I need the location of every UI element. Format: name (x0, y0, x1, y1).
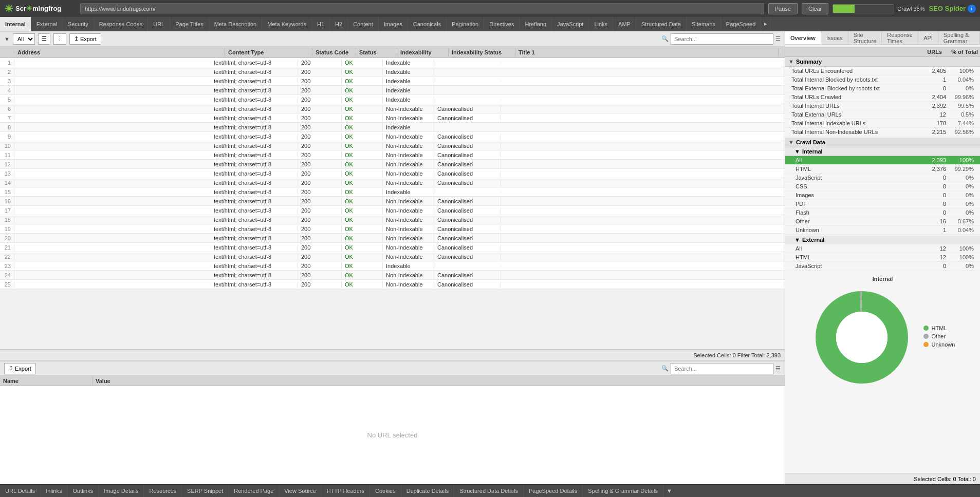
table-row[interactable]: 7 text/html; charset=utf-8 200 OK Non-In… (0, 113, 785, 123)
table-row[interactable]: 20 text/html; charset=utf-8 200 OK Non-I… (0, 234, 785, 243)
list-view-button[interactable]: ☰ (38, 33, 50, 45)
right-tab-api[interactable]: API (918, 31, 938, 44)
nav-tab-hreflang[interactable]: Hreflang (520, 17, 552, 31)
internal-row[interactable]: Flash 0 0% (785, 208, 980, 217)
bottom-tab-structured-data-details[interactable]: Structured Data Details (454, 485, 524, 497)
nav-tab-sitemaps[interactable]: Sitemaps (687, 17, 721, 31)
internal-row[interactable]: Images 0 0% (785, 191, 980, 200)
table-row[interactable]: 17 text/html; charset=utf-8 200 OK Non-I… (0, 206, 785, 215)
table-row[interactable]: 15 text/html; charset=utf-8 200 OK Index… (0, 187, 785, 197)
nav-tab-h1[interactable]: H1 (312, 17, 330, 31)
nav-tab-links[interactable]: Links (589, 17, 613, 31)
table-row[interactable]: 10 text/html; charset=utf-8 200 OK Non-I… (0, 141, 785, 150)
summary-row[interactable]: Total URLs Encountered 2,405 100% (785, 67, 980, 75)
table-row[interactable]: 24 text/html; charset=utf-8 200 OK Non-I… (0, 271, 785, 280)
right-tab-site-structure[interactable]: Site Structure (848, 31, 882, 44)
table-row[interactable]: 25 text/html; charset=utf-8 200 OK Non-I… (0, 280, 785, 289)
nav-tab-javascript[interactable]: JavaScript (552, 17, 589, 31)
summary-row[interactable]: Total Internal Indexable URLs 178 7.44% (785, 119, 980, 128)
table-row[interactable]: 22 text/html; charset=utf-8 200 OK Non-I… (0, 252, 785, 261)
nav-tab-directives[interactable]: Directives (484, 17, 520, 31)
summary-row[interactable]: Total Internal URLs 2,392 99.5% (785, 102, 980, 110)
table-row[interactable]: 5 text/html; charset=utf-8 200 OK Indexa… (0, 95, 785, 104)
right-tab-issues[interactable]: Issues (821, 31, 848, 44)
nav-tab-more[interactable]: ▸ (761, 17, 771, 31)
table-row[interactable]: 18 text/html; charset=utf-8 200 OK Non-I… (0, 215, 785, 224)
grid-view-button[interactable]: ⋮ (53, 33, 66, 45)
export-button[interactable]: ↥ Export (69, 33, 101, 45)
col-header-address[interactable]: Address (14, 48, 225, 56)
col-header-content-type[interactable]: Content Type (225, 48, 312, 56)
bottom-tab-url-details[interactable]: URL Details (0, 485, 41, 497)
nav-tab-response-codes[interactable]: Response Codes (94, 17, 148, 31)
internal-row[interactable]: Other 16 0.67% (785, 217, 980, 226)
clear-button[interactable]: Clear (802, 3, 828, 14)
internal-subsection-header[interactable]: ▼ Internal (785, 147, 980, 156)
nav-tab-internal[interactable]: Internal (0, 17, 31, 31)
bottom-tab-http-headers[interactable]: HTTP Headers (322, 485, 370, 497)
nav-tab-page-titles[interactable]: Page Titles (170, 17, 209, 31)
table-row[interactable]: 9 text/html; charset=utf-8 200 OK Non-In… (0, 132, 785, 141)
nav-tab-structured-data[interactable]: Structured Data (636, 17, 687, 31)
bottom-tab-serp[interactable]: SERP Snippet (182, 485, 229, 497)
col-header-indexability-status[interactable]: Indexability Status (449, 48, 515, 56)
col-header-title1[interactable]: Title 1 (515, 48, 779, 56)
filter-select[interactable]: All (13, 33, 35, 45)
internal-row[interactable]: HTML 2,376 99.29% (785, 165, 980, 174)
bottom-tab-cookies[interactable]: Cookies (370, 485, 401, 497)
summary-row[interactable]: Total External Blocked by robots.txt 0 0… (785, 84, 980, 93)
right-tab-spelling[interactable]: Spelling & Grammar (938, 31, 980, 44)
nav-tab-security[interactable]: Security (63, 17, 94, 31)
bottom-col-value[interactable]: Value (93, 377, 785, 385)
table-row[interactable]: 21 text/html; charset=utf-8 200 OK Non-I… (0, 243, 785, 252)
table-row[interactable]: 8 text/html; charset=utf-8 200 OK Indexa… (0, 123, 785, 132)
table-row[interactable]: 3 text/html; charset=utf-8 200 OK Indexa… (0, 77, 785, 86)
table-row[interactable]: 23 text/html; charset=utf-8 200 OK Index… (0, 261, 785, 271)
table-row[interactable]: 13 text/html; charset=utf-8 200 OK Non-I… (0, 169, 785, 178)
bottom-tab-view-source[interactable]: View Source (279, 485, 322, 497)
summary-row[interactable]: Total External URLs 12 0.5% (785, 110, 980, 119)
external-row[interactable]: JavaScript 0 0% (785, 262, 980, 271)
table-row[interactable]: 1 text/html; charset=utf-8 200 OK Indexa… (0, 58, 785, 67)
bottom-tab-spelling-details[interactable]: Spelling & Grammar Details (583, 485, 663, 497)
table-row[interactable]: 11 text/html; charset=utf-8 200 OK Non-I… (0, 150, 785, 160)
bottom-tab-image-details[interactable]: Image Details (99, 485, 144, 497)
internal-row[interactable]: JavaScript 0 0% (785, 174, 980, 182)
internal-row[interactable]: CSS 0 0% (785, 182, 980, 191)
nav-tab-amp[interactable]: AMP (613, 17, 636, 31)
table-row[interactable]: 16 text/html; charset=utf-8 200 OK Non-I… (0, 197, 785, 206)
table-row[interactable]: 4 text/html; charset=utf-8 200 OK Indexa… (0, 86, 785, 95)
table-row[interactable]: 19 text/html; charset=utf-8 200 OK Non-I… (0, 224, 785, 234)
internal-row[interactable]: Unknown 1 0.04% (785, 226, 980, 235)
filter-options-icon[interactable]: ☰ (775, 35, 781, 42)
bottom-tab-duplicate-details[interactable]: Duplicate Details (401, 485, 455, 497)
table-row[interactable]: 12 text/html; charset=utf-8 200 OK Non-I… (0, 160, 785, 169)
table-row[interactable]: 14 text/html; charset=utf-8 200 OK Non-I… (0, 178, 785, 187)
bottom-tab-pagespeed-details[interactable]: PageSpeed Details (524, 485, 583, 497)
table-row[interactable]: 2 text/html; charset=utf-8 200 OK Indexa… (0, 67, 785, 77)
nav-tab-canonicals[interactable]: Canonicals (408, 17, 447, 31)
right-tab-overview[interactable]: Overview (785, 31, 821, 44)
external-subsection-header[interactable]: ▼ External (785, 236, 980, 244)
bottom-tab-more[interactable]: ▼ (663, 485, 675, 497)
pause-button[interactable]: Pause (768, 3, 798, 14)
nav-tab-pagination[interactable]: Pagination (447, 17, 484, 31)
bottom-tab-outlinks[interactable]: Outlinks (67, 485, 99, 497)
col-header-indexability[interactable]: Indexability (397, 48, 449, 56)
bottom-filter-icon[interactable]: ☰ (775, 365, 781, 372)
bottom-tab-inlinks[interactable]: Inlinks (41, 485, 67, 497)
nav-tab-url[interactable]: URL (148, 17, 170, 31)
summary-row[interactable]: Total Internal Non-Indexable URLs 2,215 … (785, 128, 980, 137)
nav-tab-pagespeed[interactable]: PageSpeed (721, 17, 762, 31)
external-row[interactable]: HTML 12 100% (785, 253, 980, 262)
url-input[interactable] (80, 3, 764, 14)
right-tab-response-times[interactable]: Response Times (882, 31, 918, 44)
nav-tab-images[interactable]: Images (379, 17, 408, 31)
col-header-status[interactable]: Status (356, 48, 397, 56)
internal-row[interactable]: All 2,393 100% (785, 156, 980, 165)
nav-tab-meta-keywords[interactable]: Meta Keywords (262, 17, 312, 31)
summary-section-header[interactable]: ▼ Summary (785, 57, 980, 67)
internal-row[interactable]: PDF 0 0% (785, 200, 980, 208)
nav-tab-meta-description[interactable]: Meta Description (209, 17, 263, 31)
bottom-tab-resources[interactable]: Resources (144, 485, 182, 497)
